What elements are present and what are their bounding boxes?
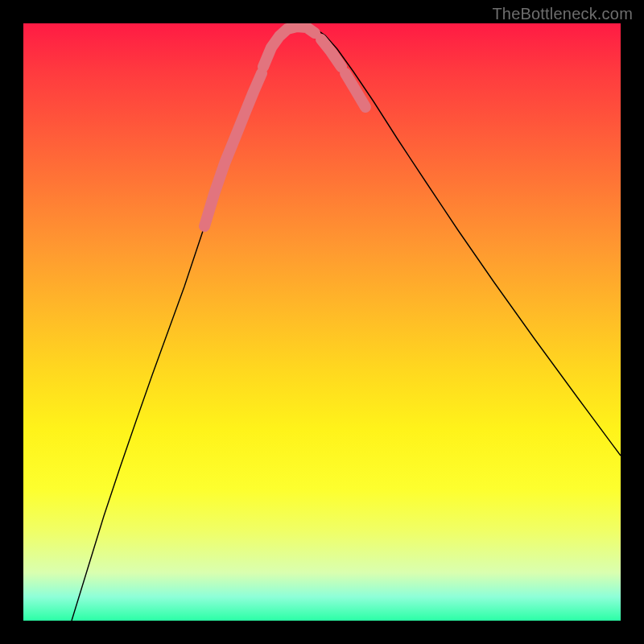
highlight-segment: [321, 39, 341, 67]
chart-svg: [23, 23, 621, 621]
chart-plot-area: [23, 23, 621, 621]
highlight-segment: [263, 27, 315, 67]
highlight-segment: [345, 73, 365, 107]
highlight-segment: [204, 73, 262, 226]
watermark-label: TheBottleneck.com: [492, 5, 633, 23]
highlight-overlay: [204, 27, 365, 226]
bottleneck-curve: [72, 25, 621, 621]
